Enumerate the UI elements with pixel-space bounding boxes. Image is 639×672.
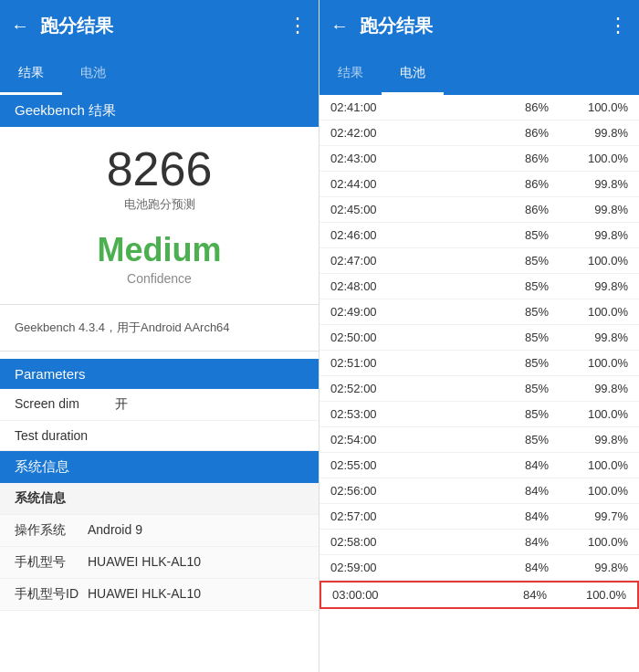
row-time: 02:59:00	[330, 561, 509, 574]
row-pct: 86%	[509, 203, 564, 216]
table-row: 02:53:0085%100.0%	[320, 402, 639, 427]
row-time: 02:58:00	[330, 535, 509, 549]
left-header-title: 跑分结果	[40, 14, 288, 38]
divider-2	[0, 351, 319, 352]
row-pct: 84%	[509, 484, 564, 498]
row-time: 02:50:00	[330, 331, 509, 344]
left-header: ← 跑分结果 ⋮	[0, 0, 319, 51]
right-header: ← 跑分结果 ⋮	[320, 0, 639, 51]
row-score: 100.0%	[564, 535, 628, 549]
right-back-button[interactable]: ←	[330, 16, 349, 37]
row-time: 02:46:00	[330, 228, 509, 242]
table-row: 02:54:0085%99.8%	[320, 427, 639, 453]
row-pct: 85%	[509, 433, 564, 446]
row-pct: 85%	[509, 407, 564, 421]
sys-row-3: 手机型号ID HUAWEI HLK-AL10	[0, 579, 319, 611]
table-row: 02:58:0084%100.0%	[320, 530, 639, 555]
table-row: 02:47:0085%100.0%	[320, 248, 639, 274]
sys-key-1: 操作系统	[15, 522, 88, 539]
left-tabs: 结果 电池	[0, 51, 319, 95]
left-tab-results[interactable]: 结果	[0, 51, 62, 95]
left-menu-icon[interactable]: ⋮	[288, 14, 308, 37]
row-pct: 85%	[509, 305, 564, 319]
geekbench-section-header: Geekbench 结果	[0, 95, 319, 127]
row-pct: 85%	[509, 254, 564, 268]
table-row: 02:56:0084%100.0%	[320, 478, 639, 504]
row-score: 100.0%	[564, 356, 628, 370]
right-header-title: 跑分结果	[360, 14, 608, 38]
table-row: 02:50:0085%99.8%	[320, 325, 639, 351]
row-pct: 84%	[509, 509, 564, 523]
row-pct: 86%	[509, 100, 564, 114]
sys-section: 系统信息 系统信息 操作系统 Android 9 手机型号 HUAWEI HLK…	[0, 451, 319, 611]
row-score: 99.8%	[564, 177, 628, 191]
row-score: 100.0%	[564, 254, 628, 268]
table-row: 02:48:0085%99.8%	[320, 274, 639, 299]
table-row: 02:46:0085%99.8%	[320, 223, 639, 248]
sys-row-0: 系统信息	[0, 483, 319, 515]
row-score: 99.8%	[564, 126, 628, 140]
row-time: 02:52:00	[330, 382, 509, 395]
table-row: 02:44:0086%99.8%	[320, 172, 639, 197]
version-info: Geekbench 4.3.4，用于Android AArch64	[0, 312, 319, 343]
row-time: 02:53:00	[330, 407, 509, 421]
row-score: 100.0%	[564, 407, 628, 421]
row-pct: 84%	[509, 535, 564, 549]
row-pct: 85%	[509, 331, 564, 344]
sys-key-0: 系统信息	[15, 490, 88, 507]
sys-section-header: 系统信息	[0, 451, 319, 483]
row-time: 03:00:00	[332, 588, 508, 602]
row-score: 99.8%	[564, 561, 628, 574]
table-row: 02:43:0086%100.0%	[320, 146, 639, 172]
sys-value-3: HUAWEI HLK-AL10	[88, 586, 201, 603]
row-score: 100.0%	[564, 458, 628, 472]
row-score: 99.8%	[564, 331, 628, 344]
right-menu-icon[interactable]: ⋮	[608, 14, 628, 37]
row-score: 100.0%	[564, 484, 628, 498]
sys-key-2: 手机型号	[15, 554, 88, 571]
row-score: 100.0%	[562, 588, 626, 602]
row-pct: 86%	[509, 152, 564, 165]
row-pct: 85%	[509, 228, 564, 242]
row-time: 02:56:00	[330, 484, 509, 498]
row-score: 99.8%	[564, 279, 628, 293]
right-tab-results[interactable]: 结果	[320, 51, 382, 95]
row-pct: 84%	[508, 588, 562, 602]
row-pct: 84%	[509, 458, 564, 472]
row-time: 02:47:00	[330, 254, 509, 268]
row-score: 99.8%	[564, 203, 628, 216]
params-section: Parameters Screen dim 开 Test duration	[0, 359, 319, 451]
param-value-screen-dim: 开	[115, 396, 128, 413]
parameters-header: Parameters	[0, 359, 319, 389]
sys-value-1: Android 9	[88, 522, 142, 539]
left-back-button[interactable]: ←	[11, 16, 29, 37]
row-time: 02:42:00	[330, 126, 509, 140]
row-pct: 85%	[509, 356, 564, 370]
score-label: 电池跑分预测	[124, 196, 195, 213]
confidence-level: Medium	[97, 231, 221, 269]
sys-key-3: 手机型号ID	[15, 586, 88, 603]
row-time: 02:49:00	[330, 305, 509, 319]
param-key-test-duration: Test duration	[15, 428, 115, 443]
row-time: 02:55:00	[330, 458, 509, 472]
row-time: 02:43:00	[330, 152, 509, 165]
table-row: 02:55:0084%100.0%	[320, 453, 639, 478]
row-score: 99.7%	[564, 509, 628, 523]
battery-table[interactable]: 02:41:0086%100.0%02:42:0086%99.8%02:43:0…	[320, 95, 639, 672]
row-time: 02:48:00	[330, 279, 509, 293]
param-row-screen-dim: Screen dim 开	[0, 389, 319, 421]
confidence-sub-label: Confidence	[127, 271, 192, 286]
score-number: 8266	[107, 145, 213, 193]
row-score: 100.0%	[564, 152, 628, 165]
table-row: 02:51:0085%100.0%	[320, 351, 639, 376]
right-panel: ← 跑分结果 ⋮ 结果 电池 02:41:0086%100.0%02:42:00…	[320, 0, 639, 672]
right-tab-battery[interactable]: 电池	[382, 51, 444, 95]
table-row: 02:45:0086%99.8%	[320, 197, 639, 223]
row-pct: 85%	[509, 382, 564, 395]
table-row: 02:52:0085%99.8%	[320, 376, 639, 402]
row-time: 02:51:00	[330, 356, 509, 370]
row-score: 100.0%	[564, 305, 628, 319]
table-row: 02:49:0085%100.0%	[320, 299, 639, 325]
left-tab-battery[interactable]: 电池	[62, 51, 124, 95]
table-row: 03:00:0084%100.0%	[320, 581, 639, 609]
